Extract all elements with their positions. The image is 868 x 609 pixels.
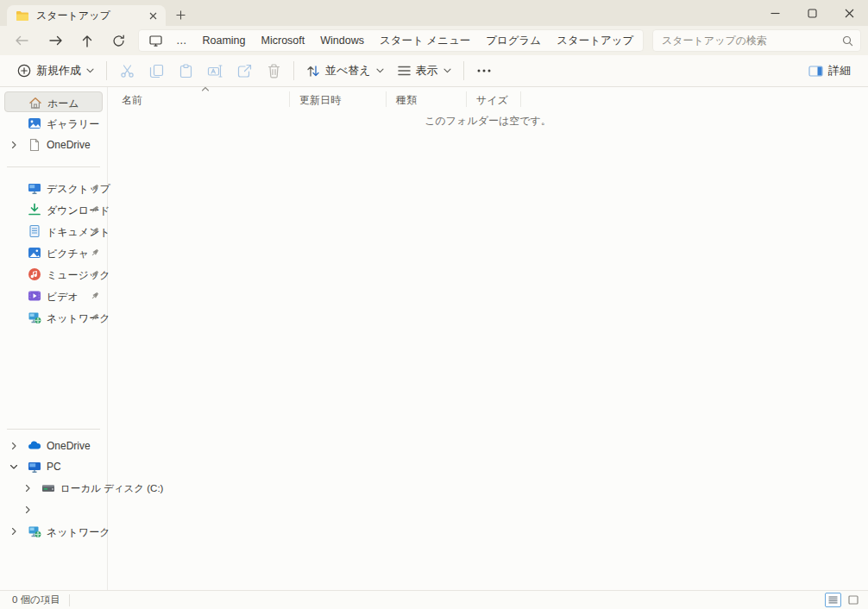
large-icons-view-toggle[interactable] [845,593,861,607]
file-list-area: 名前 更新日時 種類 サイズ このフォルダーは空です。 [108,87,868,590]
pin-icon [90,183,100,193]
breadcrumb-programs[interactable]: プログラム [481,32,546,50]
breadcrumb-roaming[interactable]: Roaming [198,33,251,48]
sidebar-item-local-disk-c[interactable]: ローカル ディスク (C:) [4,478,103,499]
new-button[interactable]: 新規作成 [10,59,101,83]
sidebar-item-pictures[interactable]: ピクチャ [4,242,103,263]
address-bar[interactable]: … Roaming Microsoft Windows スタート メニュー プロ… [138,29,644,52]
breadcrumb-start-menu[interactable]: スタート メニュー [374,32,475,50]
cut-button[interactable] [112,59,142,83]
chevron-down-icon [443,68,451,73]
pin-icon [90,269,100,279]
videos-icon [28,289,41,303]
sidebar-item-documents[interactable]: ドキュメント [4,221,103,242]
sidebar-item-label: ドキュメント [47,225,110,240]
sidebar-item-videos[interactable]: ビデオ [4,286,103,306]
column-divider[interactable] [466,91,467,107]
expand-chevron-icon[interactable] [23,505,32,514]
copy-button[interactable] [142,59,171,83]
gallery-icon [28,116,41,130]
music-icon [28,267,41,281]
tab-close-icon[interactable] [145,8,160,23]
window-controls [757,0,868,26]
breadcrumb-windows[interactable]: Windows [315,33,369,48]
expand-chevron-icon[interactable] [9,527,18,536]
details-pane-label: 詳細 [828,63,851,78]
search-icon[interactable] [842,35,853,47]
chevron-down-icon [86,68,94,73]
sidebar-item-label: ビデオ [47,290,79,304]
view-button[interactable]: 表示 [391,59,458,83]
home-icon [28,96,42,110]
sidebar-item-home[interactable]: ホーム [4,91,103,112]
chevron-down-icon [376,68,384,73]
sidebar-item-gallery[interactable]: ギャラリー [4,113,103,134]
search-box[interactable] [652,29,861,52]
delete-button[interactable] [259,59,288,83]
sidebar-item-desktop[interactable]: デスクトップ [4,178,103,198]
sidebar-item-network-tree[interactable]: ネットワーク [4,521,103,542]
onedrive-cloud-icon [28,439,41,453]
command-toolbar: 新規作成 並べ替え [0,55,868,87]
forward-button[interactable] [43,29,69,52]
desktop-icon [28,181,41,195]
column-divider[interactable] [386,91,387,107]
sidebar-item-label: ダウンロード [47,204,110,218]
breadcrumb-overflow[interactable]: … [171,33,192,48]
expand-chevron-icon[interactable] [9,141,18,149]
breadcrumb-startup[interactable]: スタートアップ [551,32,638,50]
sort-arrows-icon [306,65,320,78]
new-tab-button[interactable] [171,5,190,24]
back-button[interactable] [9,29,35,52]
column-headers: 名前 更新日時 種類 サイズ [108,90,868,109]
expand-chevron-icon[interactable] [9,442,18,450]
breadcrumb-microsoft[interactable]: Microsoft [256,33,311,48]
sidebar-item-label: ネットワーク [47,525,110,540]
refresh-button[interactable] [105,29,131,52]
details-view-toggle[interactable] [825,593,841,607]
maximize-button[interactable] [794,0,831,26]
search-input[interactable] [660,34,842,47]
view-toggles [825,593,861,607]
sidebar-item-label: OneDrive [47,440,91,452]
details-pane-button[interactable]: 詳細 [802,59,858,83]
sidebar-item-network-pinned[interactable]: ネットワーク [4,307,103,328]
sidebar-item-onedrive-tree[interactable]: OneDrive [4,436,103,456]
sidebar-item-label: OneDrive [47,139,91,151]
sidebar-item-label: ピクチャ [47,247,89,261]
sidebar-item-music[interactable]: ミュージック [4,264,103,285]
close-window-button[interactable] [831,0,868,26]
paste-button[interactable] [171,59,200,83]
navigation-bar: … Roaming Microsoft Windows スタート メニュー プロ… [0,26,868,55]
column-header-name[interactable]: 名前 [122,93,142,108]
column-header-type[interactable]: 種類 [396,93,417,108]
collapse-chevron-icon[interactable] [9,462,18,471]
more-options-button[interactable] [469,59,499,83]
plus-circle-icon [17,64,31,78]
sort-button[interactable]: 並べ替え [299,59,391,83]
tab-startup-folder[interactable]: スタートアップ [7,5,166,26]
column-divider[interactable] [520,91,521,107]
documents-icon [28,224,41,238]
column-header-date[interactable]: 更新日時 [299,93,341,108]
column-divider[interactable] [289,91,290,107]
titlebar: スタートアップ [0,0,868,26]
up-button[interactable] [74,29,100,52]
minimize-button[interactable] [757,0,794,26]
onedrive-document-icon [28,138,41,152]
pin-icon [90,204,100,215]
expand-chevron-icon[interactable] [23,484,32,493]
rename-button[interactable] [200,59,230,83]
sidebar-item-label: PC [47,461,61,473]
sidebar-item-collapsed-drive[interactable] [4,499,103,520]
sidebar-item-onedrive-top[interactable]: OneDrive [4,135,103,155]
share-button[interactable] [230,59,259,83]
sort-button-label: 並べ替え [325,63,371,78]
column-header-size[interactable]: サイズ [476,93,508,108]
pin-icon [90,226,100,236]
file-explorer-window: スタートアップ [0,0,868,609]
sidebar-item-pc[interactable]: PC [4,456,103,477]
navigation-pane: ホーム ギャラリー OneDrive デスクトップ [0,87,107,590]
sidebar-item-downloads[interactable]: ダウンロード [4,199,103,220]
this-pc-icon[interactable] [146,34,166,48]
